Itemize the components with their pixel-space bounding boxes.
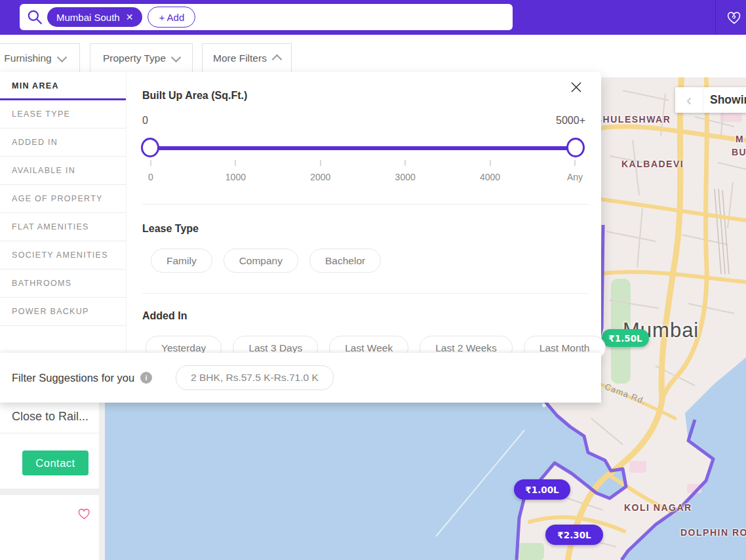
lease-type-title: Lease Type — [142, 223, 199, 235]
area-min-value: 0 — [142, 115, 148, 127]
map-park-small — [517, 543, 544, 560]
tick-label-2000: 2000 — [294, 172, 347, 182]
map-zone-pink — [629, 461, 646, 473]
sidebar-item-flat-amenities[interactable]: FLAT AMENITIES — [0, 213, 126, 241]
lease-type-pill-bachelor[interactable]: Bachelor — [309, 249, 381, 273]
built-up-area-title: Built Up Area (Sq.Ft.) — [142, 90, 247, 102]
map-label-cut-m: M — [736, 134, 744, 144]
lease-type-pill-family[interactable]: Family — [151, 249, 212, 273]
tick-mark — [404, 160, 406, 166]
tick-label-0: 0 — [125, 172, 177, 182]
lease-type-pill-company[interactable]: Company — [224, 249, 298, 273]
contact-button[interactable]: Contact — [22, 450, 88, 475]
slider-ticks: 01000200030004000Any — [151, 160, 575, 189]
app-header: Mumbai South ✕ + Add — [0, 0, 746, 35]
shortlist-heart-icon[interactable] — [726, 10, 742, 26]
tick-mark — [150, 160, 151, 166]
chevron-down-icon — [171, 52, 182, 62]
location-chip-label: Mumbai South — [56, 12, 120, 23]
remove-location-icon[interactable]: ✕ — [126, 12, 134, 22]
suggestion-pill[interactable]: 2 BHK, Rs.57.5 K-Rs.71.0 K — [176, 365, 334, 390]
showing-results-label: Showing — [703, 93, 746, 107]
tick-mark — [574, 160, 576, 166]
results-nav-bar: ‹ Showing — [675, 87, 746, 113]
add-location-button[interactable]: + Add — [147, 7, 195, 28]
location-chip[interactable]: Mumbai South ✕ — [47, 7, 142, 27]
filter-button-property-type[interactable]: Property Type — [90, 43, 193, 73]
map-label-cut-bu: BU — [732, 147, 746, 157]
tick-label-3000: 3000 — [379, 172, 431, 182]
tick-label-any: Any — [549, 172, 601, 182]
more-filters-panel: MIN AREALEASE TYPEADDED INAVAILABLE INAG… — [0, 72, 601, 353]
area-range-slider[interactable] — [151, 138, 575, 159]
listing-cards-column: Close to Rail... Contact — [0, 403, 99, 560]
map-price-badge[interactable]: ₹2.30L — [545, 525, 603, 545]
header-divider — [715, 0, 716, 35]
map-label-dolphin-rock: DOLPHIN ROC — [680, 527, 746, 538]
favorite-heart-icon[interactable] — [77, 507, 91, 521]
filter-suggestions-bar: Filter Suggestions for you i 2 BHK, Rs.5… — [0, 353, 601, 403]
app-window: BHULESHWAR KALBADEVI M BU Mumbai ame Cam… — [0, 0, 746, 560]
filter-button-furnishing[interactable]: Furnishing — [0, 43, 80, 73]
section-divider — [142, 293, 589, 294]
slider-track[interactable] — [151, 146, 575, 150]
map-label-kalbadevi: KALBADEVI — [621, 159, 684, 169]
tick-label-4000: 4000 — [464, 172, 517, 182]
info-icon[interactable]: i — [140, 372, 152, 384]
map-price-badge[interactable]: ₹1.50L — [602, 329, 649, 347]
chevron-up-icon — [272, 54, 283, 65]
map-label-koli-nagar: KOLI NAGAR — [624, 502, 692, 513]
slider-handle-max[interactable] — [566, 138, 585, 157]
sidebar-item-power-backup[interactable]: POWER BACKUP — [0, 298, 126, 326]
listing-card[interactable] — [0, 495, 99, 560]
close-panel-icon[interactable] — [569, 80, 583, 94]
added-in-title: Added In — [142, 310, 187, 322]
map-label-bhuleshwar: BHULESHWAR — [595, 114, 671, 125]
tick-mark — [490, 160, 491, 166]
nav-back-chevron-icon[interactable]: ‹ — [675, 87, 703, 113]
sidebar-item-available-in[interactable]: AVAILABLE IN — [0, 157, 126, 185]
slider-handle-min[interactable] — [141, 138, 159, 157]
sidebar-item-society-amenities[interactable]: SOCIETY AMENITIES — [0, 241, 126, 270]
sidebar-item-bathrooms[interactable]: BATHROOMS — [0, 270, 126, 298]
search-bar[interactable]: Mumbai South ✕ + Add — [20, 4, 513, 30]
search-icon — [26, 9, 43, 26]
sidebar-item-age-of-property[interactable]: AGE OF PROPERTY — [0, 185, 126, 213]
filter-toolbar: FurnishingProperty TypeMore Filters — [0, 35, 746, 72]
tick-label-1000: 1000 — [209, 172, 262, 182]
lease-type-options: FamilyCompanyBachelor — [151, 249, 381, 273]
filter-button-more-filters[interactable]: More Filters — [202, 43, 292, 73]
filter-button-label: Furnishing — [4, 52, 51, 64]
sidebar-item-min-area[interactable]: MIN AREA — [0, 72, 126, 100]
listing-card[interactable]: Close to Rail... Contact — [0, 403, 99, 489]
area-max-value: 5000+ — [556, 115, 585, 127]
suggestions-label: Filter Suggestions for you — [12, 372, 134, 384]
card-divider — [0, 433, 99, 433]
listing-snippet: Close to Rail... — [12, 410, 88, 424]
sidebar-item-added-in[interactable]: ADDED IN — [0, 129, 126, 157]
map-price-badge[interactable]: ₹1.00L — [514, 479, 570, 500]
tick-mark — [320, 160, 321, 166]
tick-mark — [235, 160, 236, 166]
filter-button-label: Property Type — [103, 52, 166, 64]
filter-button-label: More Filters — [213, 52, 267, 64]
sidebar-item-lease-type[interactable]: LEASE TYPE — [0, 100, 126, 129]
filter-categories-sidebar: MIN AREALEASE TYPEADDED INAVAILABLE INAG… — [0, 72, 127, 353]
chevron-down-icon — [56, 52, 67, 62]
section-divider — [142, 204, 589, 205]
